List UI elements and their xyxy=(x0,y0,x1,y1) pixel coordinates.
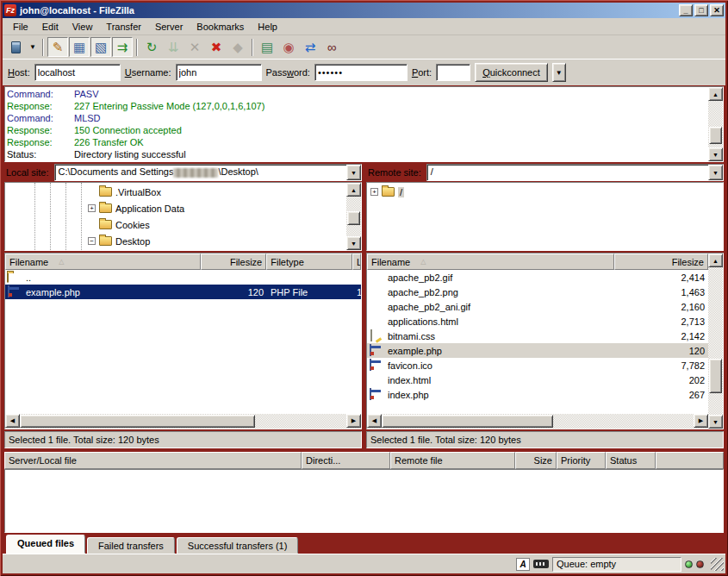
file-row[interactable]: index.html202 xyxy=(367,373,708,387)
tree-item[interactable]: .VirtualBox xyxy=(5,184,346,200)
local-treeview-icon: ▦ xyxy=(73,41,85,53)
toggle-remote-tree-button[interactable]: ▧ xyxy=(90,37,111,57)
menu-bookmarks[interactable]: Bookmarks xyxy=(190,20,251,34)
file-row-selected[interactable]: example.php 120 PHP File 1 xyxy=(5,285,361,299)
file-row[interactable]: .. xyxy=(5,270,361,285)
quickconnect-button[interactable]: Quickconnect xyxy=(475,63,548,82)
column-filename[interactable]: Filename△ xyxy=(5,254,201,270)
column-direction[interactable]: Directi... xyxy=(302,452,390,469)
file-row[interactable]: apache_pb2.png1,463 xyxy=(367,285,708,299)
combo-dropdown-icon[interactable]: ▼ xyxy=(346,165,361,180)
tree-item[interactable]: Cookies xyxy=(5,216,346,233)
maximize-button[interactable]: □ xyxy=(694,4,708,16)
menu-transfer[interactable]: Transfer xyxy=(99,20,148,34)
local-directory-tree: .VirtualBox +Application Data Cookies −D… xyxy=(4,182,362,251)
remote-site-combo[interactable]: / ▼ xyxy=(426,164,724,181)
expand-plus-icon[interactable]: + xyxy=(370,188,378,196)
column-status[interactable]: Status xyxy=(606,452,656,469)
host-input[interactable] xyxy=(34,64,121,81)
column-last-modified[interactable]: L xyxy=(352,254,361,270)
remote-horizontal-scrollbar[interactable]: ◀ ▶ xyxy=(367,414,708,429)
menu-edit[interactable]: Edit xyxy=(35,20,65,34)
log-line: Response:226 Transfer OK xyxy=(7,136,706,148)
column-priority[interactable]: Priority xyxy=(557,452,606,469)
disconnect-button[interactable]: ✖ xyxy=(206,37,227,57)
tree-item[interactable]: +Application Data xyxy=(5,200,346,216)
toggle-message-log-button[interactable]: ✎ xyxy=(47,37,68,57)
filter-button[interactable]: ▤ xyxy=(257,37,277,57)
local-horizontal-scrollbar[interactable]: ◀ ▶ xyxy=(5,414,361,429)
column-size[interactable]: Size xyxy=(515,452,557,469)
file-row[interactable]: favicon.ico7,782 xyxy=(367,358,708,373)
scroll-right-icon[interactable]: ▶ xyxy=(346,414,361,428)
column-server-local-file[interactable]: Server/Local file xyxy=(4,452,302,469)
quickconnect-dropdown[interactable]: ▼ xyxy=(552,63,566,82)
scroll-thumb[interactable] xyxy=(709,127,722,144)
cancel-icon: ✕ xyxy=(190,41,201,53)
column-filetype[interactable]: Filetype xyxy=(266,254,352,270)
minimize-button[interactable]: _ xyxy=(679,4,693,16)
resize-grip[interactable] xyxy=(711,558,724,571)
scroll-up-icon[interactable]: ▲ xyxy=(708,254,723,267)
file-row[interactable]: applications.html2,713 xyxy=(367,314,708,329)
file-row[interactable]: apache_pb2_ani.gif2,160 xyxy=(367,299,708,314)
reconnect-button[interactable]: ◆ xyxy=(227,37,248,57)
synchronized-browsing-button[interactable]: ⇄ xyxy=(300,37,320,57)
find-files-button[interactable]: ∞ xyxy=(321,37,342,57)
expand-plus-icon[interactable]: + xyxy=(88,204,96,212)
close-button[interactable]: ✕ xyxy=(710,4,724,16)
toolbar-separator xyxy=(136,39,138,56)
local-pane: Local site: C:\Documents and Settings\De… xyxy=(4,164,362,449)
local-tree-scrollbar[interactable]: ▲ ▼ xyxy=(346,183,361,250)
directory-comparison-button[interactable]: ◉ xyxy=(278,37,299,57)
combo-dropdown-icon[interactable]: ▼ xyxy=(708,165,723,180)
css-file-icon xyxy=(370,329,372,341)
scroll-thumb[interactable] xyxy=(382,415,553,428)
column-remote-file[interactable]: Remote file xyxy=(390,452,515,469)
tab-successful-transfers[interactable]: Successful transfers (1) xyxy=(177,537,299,554)
scroll-thumb[interactable] xyxy=(347,211,360,225)
column-filesize[interactable]: Filesize xyxy=(201,254,266,270)
column-filesize[interactable]: Filesize xyxy=(614,254,708,270)
collapse-minus-icon[interactable]: − xyxy=(88,237,96,245)
site-manager-dropdown[interactable]: ▼ xyxy=(27,37,39,57)
menu-help[interactable]: Help xyxy=(251,20,284,34)
toggle-transfer-queue-button[interactable]: ⇉ xyxy=(112,37,133,57)
tree-item[interactable]: +/ xyxy=(367,184,723,200)
cancel-operation-button[interactable]: ✕ xyxy=(184,37,205,57)
username-label: Username: xyxy=(125,67,171,78)
menu-server[interactable]: Server xyxy=(148,20,190,34)
refresh-button[interactable]: ↻ xyxy=(141,37,162,57)
scroll-down-icon[interactable]: ▼ xyxy=(708,147,723,161)
menu-view[interactable]: View xyxy=(65,20,100,34)
local-site-combo[interactable]: C:\Documents and Settings\Desktop\ ▼ xyxy=(54,164,362,181)
tree-item[interactable]: −Desktop xyxy=(5,233,346,249)
port-input[interactable] xyxy=(436,64,470,81)
file-row[interactable]: apache_pb2.gif2,414 xyxy=(367,270,708,285)
scroll-down-icon[interactable]: ▼ xyxy=(708,415,723,429)
scroll-up-icon[interactable]: ▲ xyxy=(708,87,723,101)
tab-failed-transfers[interactable]: Failed transfers xyxy=(87,537,175,554)
column-filename[interactable]: Filename△ xyxy=(367,254,614,270)
scroll-right-icon[interactable]: ▶ xyxy=(694,414,708,428)
username-input[interactable] xyxy=(176,64,262,81)
menu-file[interactable]: File xyxy=(6,20,35,34)
site-manager-button[interactable] xyxy=(5,37,26,57)
scroll-left-icon[interactable]: ◀ xyxy=(367,414,382,428)
password-input[interactable] xyxy=(314,64,408,81)
remote-vertical-scrollbar[interactable]: ▲ ▼ xyxy=(708,254,723,429)
scroll-thumb[interactable] xyxy=(709,359,722,393)
file-row-selected[interactable]: example.php120 xyxy=(367,343,708,358)
datatype-ascii-icon: A xyxy=(516,558,530,571)
process-queue-button[interactable]: ⇊ xyxy=(163,37,184,57)
log-line: Command:PASV xyxy=(7,88,706,100)
toggle-local-tree-button[interactable]: ▦ xyxy=(69,37,90,57)
tab-queued-files[interactable]: Queued files xyxy=(6,535,85,554)
log-vertical-scrollbar[interactable]: ▲ ▼ xyxy=(708,87,723,161)
scroll-left-icon[interactable]: ◀ xyxy=(5,414,20,428)
file-row[interactable]: index.php267 xyxy=(367,387,708,402)
scroll-up-icon[interactable]: ▲ xyxy=(346,183,361,197)
file-row[interactable]: bitnami.css2,142 xyxy=(367,329,708,343)
scroll-down-icon[interactable]: ▼ xyxy=(346,236,361,250)
scroll-thumb[interactable] xyxy=(20,415,255,428)
